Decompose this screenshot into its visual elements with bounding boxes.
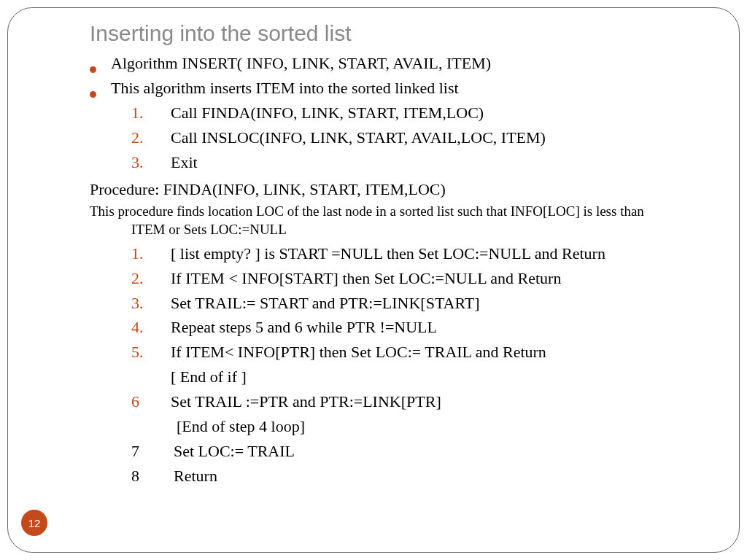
numbered-step: 1. Call FINDA(INFO, LINK, START, ITEM,LO… bbox=[131, 101, 717, 125]
note-text: [ End of if ] bbox=[171, 365, 247, 389]
step-text: Set LOC:= TRAIL bbox=[174, 440, 295, 463]
step-text: Exit bbox=[171, 151, 198, 174]
step-number: 6 bbox=[131, 392, 171, 411]
end-if-note: [ End of if ] bbox=[131, 365, 717, 389]
step-text: If ITEM < INFO[START] then Set LOC:=NULL… bbox=[171, 267, 561, 290]
bullet-item: This algorithm inserts ITEM into the sor… bbox=[90, 77, 717, 100]
bullet-disc-icon bbox=[90, 66, 96, 73]
end-loop-note: [End of step 4 loop] bbox=[131, 415, 717, 438]
step-number: 5. bbox=[131, 343, 171, 362]
numbered-step: 1. [ list empty? ] is START =NULL then S… bbox=[131, 242, 717, 265]
numbered-step: 8 Return bbox=[131, 464, 717, 488]
step-text: Set TRAIL:= START and PTR:=LINK[START] bbox=[171, 292, 480, 315]
numbered-step: 2. Call INSLOC(INFO, LINK, START, AVAIL,… bbox=[131, 126, 717, 149]
bullet-disc-icon bbox=[90, 91, 96, 98]
step-text: Call FINDA(INFO, LINK, START, ITEM,LOC) bbox=[171, 101, 484, 125]
procedure-header: Procedure: FINDA(INFO, LINK, START, ITEM… bbox=[90, 178, 717, 201]
procedure-desc-line2: ITEM or Sets LOC:=NULL bbox=[131, 221, 717, 239]
note-text: [End of step 4 loop] bbox=[177, 415, 305, 438]
bullet-text: Algorithm INSERT( INFO, LINK, START, AVA… bbox=[111, 52, 491, 75]
step-number: 7 bbox=[131, 442, 171, 461]
step-text: [ list empty? ] is START =NULL then Set … bbox=[171, 242, 605, 265]
procedure-desc-line1: This procedure finds location LOC of the… bbox=[90, 203, 644, 219]
step-number: 1. bbox=[131, 244, 171, 263]
step-number: 3. bbox=[131, 153, 171, 172]
numbered-step: 6 Set TRAIL :=PTR and PTR:=LINK[PTR] bbox=[131, 390, 717, 413]
step-number: 2. bbox=[131, 128, 171, 147]
step-text: If ITEM< INFO[PTR] then Set LOC:= TRAIL … bbox=[171, 341, 546, 364]
slide-body: Algorithm INSERT( INFO, LINK, START, AVA… bbox=[90, 52, 717, 488]
step-number: 8 bbox=[131, 467, 171, 486]
page-number-badge: 12 bbox=[21, 510, 47, 536]
page-number: 12 bbox=[28, 517, 41, 529]
step-text: Set TRAIL :=PTR and PTR:=LINK[PTR] bbox=[171, 390, 441, 413]
step-text: Return bbox=[174, 464, 217, 488]
numbered-step: 3. Set TRAIL:= START and PTR:=LINK[START… bbox=[131, 292, 717, 315]
step-number: 3. bbox=[131, 294, 171, 313]
numbered-step: 5. If ITEM< INFO[PTR] then Set LOC:= TRA… bbox=[131, 341, 717, 364]
step-number: 2. bbox=[131, 269, 171, 288]
procedure-header-text: Procedure: FINDA(INFO, LINK, START, ITEM… bbox=[90, 180, 446, 198]
bullet-item: Algorithm INSERT( INFO, LINK, START, AVA… bbox=[90, 52, 717, 75]
step-text: Call INSLOC(INFO, LINK, START, AVAIL,LOC… bbox=[171, 126, 546, 149]
procedure-description: This procedure finds location LOC of the… bbox=[90, 203, 717, 238]
numbered-step: 4. Repeat steps 5 and 6 while PTR !=NULL bbox=[131, 316, 717, 339]
slide-title: Inserting into the sorted list bbox=[90, 21, 739, 46]
slide-frame: Inserting into the sorted list Algorithm… bbox=[7, 7, 740, 553]
numbered-step: 7 Set LOC:= TRAIL bbox=[131, 440, 717, 463]
bullet-text: This algorithm inserts ITEM into the sor… bbox=[111, 77, 459, 100]
numbered-step: 2. If ITEM < INFO[START] then Set LOC:=N… bbox=[131, 267, 717, 290]
step-number: 4. bbox=[131, 318, 171, 337]
step-text: Repeat steps 5 and 6 while PTR !=NULL bbox=[171, 316, 437, 339]
step-number: 1. bbox=[131, 104, 171, 122]
numbered-step: 3. Exit bbox=[131, 151, 717, 174]
